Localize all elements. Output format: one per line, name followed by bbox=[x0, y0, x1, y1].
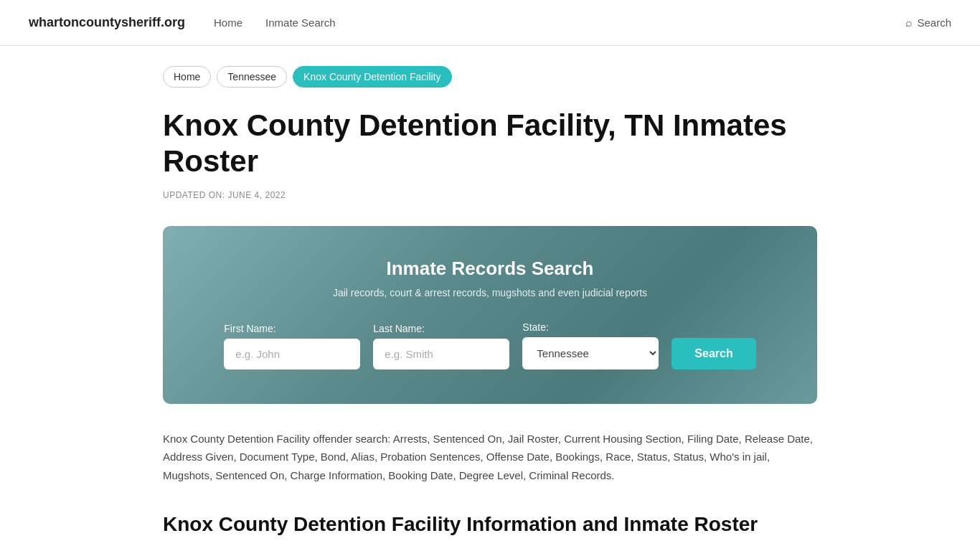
breadcrumb-home[interactable]: Home bbox=[163, 66, 211, 88]
breadcrumb-tennessee[interactable]: Tennessee bbox=[217, 66, 287, 88]
updated-text: UPDATED ON: JUNE 4, 2022 bbox=[163, 190, 817, 200]
state-group: State: AlabamaAlaskaArizonaArkansasCalif… bbox=[522, 321, 659, 369]
last-name-group: Last Name: bbox=[373, 323, 509, 369]
navbar-search[interactable]: ⌕ Search bbox=[905, 17, 951, 29]
state-label: State: bbox=[522, 321, 659, 333]
section-title: Knox County Detention Facility Informati… bbox=[163, 513, 817, 536]
state-select[interactable]: AlabamaAlaskaArizonaArkansasCaliforniaCo… bbox=[522, 337, 659, 369]
first-name-group: First Name: bbox=[224, 323, 360, 369]
page-title: Knox County Detention Facility, TN Inmat… bbox=[163, 108, 817, 180]
navbar-links: Home Inmate Search bbox=[214, 17, 905, 29]
navbar-brand[interactable]: whartoncountysheriff.org bbox=[29, 15, 185, 30]
search-card: Inmate Records Search Jail records, cour… bbox=[163, 226, 817, 404]
last-name-label: Last Name: bbox=[373, 323, 509, 334]
navbar: whartoncountysheriff.org Home Inmate Sea… bbox=[0, 0, 980, 46]
page-container: Home Tennessee Knox County Detention Fac… bbox=[146, 46, 834, 551]
search-form: First Name: Last Name: State: AlabamaAla… bbox=[197, 321, 783, 369]
search-button[interactable]: Search bbox=[672, 338, 755, 369]
first-name-label: First Name: bbox=[224, 323, 360, 334]
breadcrumb-facility[interactable]: Knox County Detention Facility bbox=[293, 66, 451, 88]
search-card-subtitle: Jail records, court & arrest records, mu… bbox=[197, 287, 783, 298]
body-text: Knox County Detention Facility offender … bbox=[163, 430, 817, 485]
last-name-input[interactable] bbox=[373, 339, 509, 369]
first-name-input[interactable] bbox=[224, 339, 360, 369]
search-card-title: Inmate Records Search bbox=[197, 258, 783, 280]
search-icon: ⌕ bbox=[905, 17, 913, 29]
nav-link-home[interactable]: Home bbox=[214, 17, 242, 29]
breadcrumb: Home Tennessee Knox County Detention Fac… bbox=[163, 66, 817, 88]
navbar-search-label: Search bbox=[917, 17, 951, 29]
nav-link-inmate-search[interactable]: Inmate Search bbox=[265, 17, 336, 29]
